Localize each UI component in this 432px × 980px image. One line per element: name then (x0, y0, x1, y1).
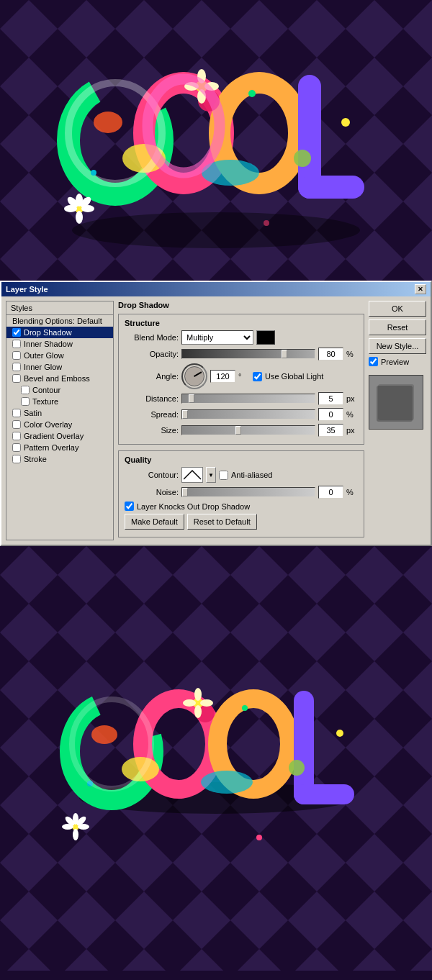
layer-knocks-out-checkbox[interactable] (125, 502, 134, 511)
inner-shadow-item[interactable]: Inner Shadow (6, 338, 113, 350)
gradient-overlay-item[interactable]: Gradient Overlay (6, 430, 113, 442)
distance-input[interactable] (318, 392, 343, 405)
preview-row: Preview (369, 357, 426, 366)
make-default-button[interactable]: Make Default (125, 514, 184, 530)
inner-glow-checkbox[interactable] (12, 363, 21, 371)
reset-button[interactable]: Reset (369, 319, 426, 335)
svg-point-62 (256, 835, 262, 840)
color-overlay-checkbox[interactable] (12, 420, 21, 429)
angle-row: Angle: ° Use Global Light (125, 363, 358, 389)
drop-shadow-item[interactable]: Drop Shadow (6, 327, 113, 338)
noise-input[interactable] (318, 486, 343, 499)
middle-panel: Drop Shadow Structure Blend Mode: Multip… (118, 301, 364, 540)
quality-box: Quality Contour: ▼ Anti-aliased Noise: (118, 450, 364, 537)
layer-style-dialog: Layer Style ✕ Styles Blending Options: D… (0, 281, 432, 546)
outer-glow-item[interactable]: Outer Glow (6, 350, 113, 361)
anti-aliased-label: Anti-aliased (231, 471, 272, 479)
opacity-unit: % (346, 350, 358, 358)
satin-label: Satin (24, 409, 42, 417)
svg-point-29 (341, 118, 350, 127)
inner-glow-label: Inner Glow (24, 363, 62, 371)
svg-point-20 (76, 211, 83, 224)
angle-needle (194, 371, 202, 377)
blending-options-item[interactable]: Blending Options: Default (6, 315, 113, 327)
reset-to-default-button[interactable]: Reset to Default (187, 514, 257, 530)
gradient-overlay-checkbox[interactable] (12, 432, 21, 440)
bevel-emboss-item[interactable]: Bevel and Emboss (6, 373, 113, 384)
opacity-slider[interactable] (181, 349, 315, 359)
svg-point-50 (194, 688, 202, 701)
size-unit: px (346, 426, 358, 435)
structure-title: Structure (125, 319, 358, 327)
dialog-close-button[interactable]: ✕ (415, 284, 426, 294)
satin-checkbox[interactable] (12, 409, 21, 417)
inner-shadow-checkbox[interactable] (12, 340, 21, 348)
inner-glow-item[interactable]: Inner Glow (6, 361, 113, 373)
texture-item[interactable]: Texture (6, 396, 113, 407)
left-panel: Styles Blending Options: Default Drop Sh… (6, 301, 114, 540)
contour-dropdown-button[interactable]: ▼ (206, 467, 216, 483)
spread-input[interactable] (318, 408, 343, 421)
size-row: Size: px (125, 424, 358, 437)
distance-label: Distance: (125, 394, 179, 403)
contour-preview[interactable] (181, 467, 203, 483)
ok-button[interactable]: OK (369, 301, 426, 317)
svg-point-10 (94, 112, 122, 133)
distance-row: Distance: px (125, 392, 358, 405)
stroke-checkbox[interactable] (12, 455, 21, 463)
distance-slider[interactable] (181, 394, 315, 404)
svg-point-46 (91, 725, 117, 744)
bevel-emboss-label: Bevel and Emboss (24, 374, 90, 383)
bevel-emboss-checkbox[interactable] (12, 374, 21, 383)
layer-knocks-out-row: Layer Knocks Out Drop Shadow (125, 502, 358, 511)
new-style-button[interactable]: New Style... (369, 338, 426, 354)
pattern-overlay-item[interactable]: Pattern Overlay (6, 442, 113, 453)
spread-unit: % (346, 410, 358, 419)
svg-point-45 (201, 771, 253, 794)
outer-glow-checkbox[interactable] (12, 351, 21, 360)
opacity-row: Opacity: % (125, 348, 358, 360)
color-overlay-item[interactable]: Color Overlay (6, 419, 113, 430)
contour-row: Contour: ▼ Anti-aliased (125, 467, 358, 483)
svg-point-63 (336, 730, 343, 737)
spread-slider[interactable] (181, 409, 315, 419)
styles-header: Styles (6, 301, 113, 315)
blend-mode-row: Blend Mode: Multiply Normal Screen (125, 330, 358, 345)
noise-row: Noise: % (125, 486, 358, 499)
pattern-overlay-checkbox[interactable] (12, 443, 21, 452)
angle-label: Angle: (125, 372, 179, 381)
size-input[interactable] (318, 424, 343, 437)
top-canvas (0, 0, 432, 281)
use-global-light-checkbox[interactable] (253, 372, 262, 381)
blend-mode-select[interactable]: Multiply Normal Screen (181, 330, 253, 345)
drop-shadow-section-title: Drop Shadow (118, 301, 364, 309)
distance-unit: px (346, 394, 358, 403)
angle-dial[interactable] (181, 363, 207, 389)
blend-color-swatch[interactable] (256, 330, 275, 345)
angle-input[interactable] (210, 370, 235, 383)
size-slider[interactable] (181, 425, 315, 435)
svg-point-30 (91, 170, 96, 176)
opacity-label: Opacity: (125, 350, 179, 358)
svg-point-61 (242, 705, 248, 711)
stroke-label: Stroke (24, 455, 47, 463)
texture-checkbox[interactable] (21, 397, 30, 406)
svg-point-31 (72, 212, 360, 248)
outer-glow-label: Outer Glow (24, 351, 64, 360)
quality-title: Quality (125, 455, 358, 464)
dialog-titlebar: Layer Style ✕ (1, 282, 431, 296)
anti-aliased-checkbox[interactable] (219, 471, 228, 480)
contour-item[interactable]: Contour (6, 384, 113, 396)
satin-item[interactable]: Satin (6, 407, 113, 419)
color-overlay-label: Color Overlay (24, 420, 72, 429)
noise-slider[interactable] (181, 487, 315, 497)
svg-point-27 (248, 90, 256, 97)
preview-checkbox[interactable] (369, 357, 378, 366)
svg-point-12 (294, 150, 311, 167)
inner-shadow-label: Inner Shadow (24, 340, 73, 348)
opacity-input[interactable] (318, 348, 343, 360)
stroke-item[interactable]: Stroke (6, 453, 113, 465)
angle-unit: ° (238, 372, 250, 381)
contour-checkbox[interactable] (21, 386, 30, 394)
drop-shadow-checkbox[interactable] (12, 328, 21, 337)
